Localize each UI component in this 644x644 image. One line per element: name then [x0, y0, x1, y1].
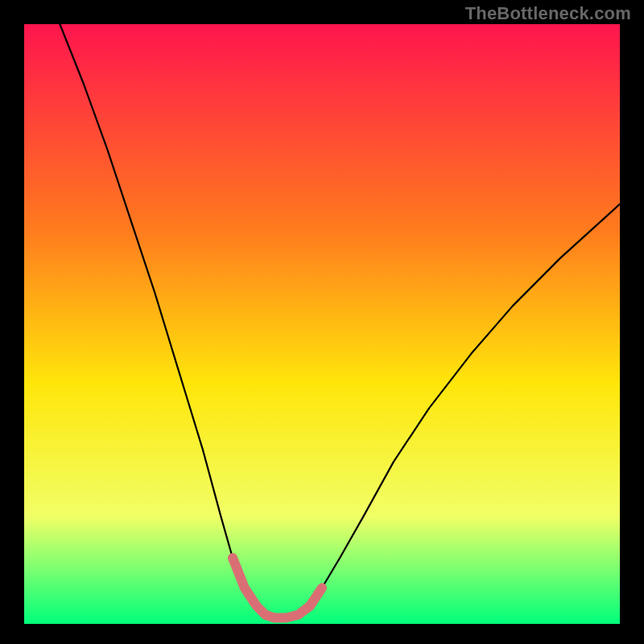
- watermark-label: TheBottleneck.com: [465, 3, 631, 24]
- plot-gradient-background: [24, 24, 620, 624]
- chart-frame: { "watermark": "TheBottleneck.com", "col…: [0, 0, 644, 644]
- bottleneck-chart: [0, 0, 644, 644]
